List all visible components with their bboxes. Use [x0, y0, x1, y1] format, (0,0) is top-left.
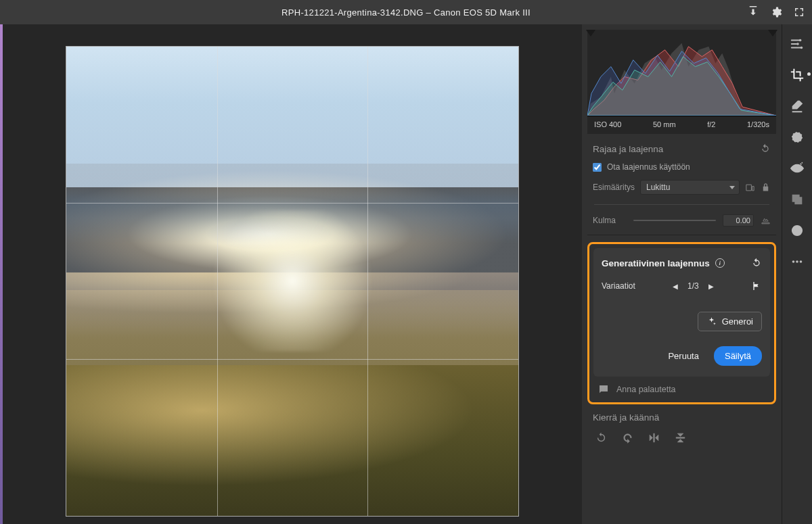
more-icon[interactable]: [790, 254, 805, 269]
layers-icon[interactable]: [790, 192, 805, 207]
preset-row: Esimääritys Lukittu: [593, 180, 771, 195]
rotate-ccw-icon[interactable]: [595, 432, 607, 444]
aperture-value: f/2: [707, 120, 715, 128]
svg-point-10: [800, 260, 803, 263]
generative-section: Generatiivinen laajennus i Variaatiot ◀ …: [593, 248, 770, 377]
photo-preview: [66, 47, 518, 516]
document-title: RPH-121221-Argentina-3142.DNG – Canon EO…: [281, 7, 531, 18]
next-variation-icon[interactable]: ▶: [708, 283, 714, 290]
preset-value: Lukittu: [646, 183, 670, 192]
crop-icon[interactable]: [790, 68, 805, 82]
topbar: RPH-121221-Argentina-3142.DNG – Canon EO…: [0, 0, 812, 24]
svg-point-0: [799, 39, 802, 42]
generate-label: Generoi: [722, 316, 753, 327]
variations-nav: ◀ 1/3 ▶: [673, 281, 714, 291]
svg-point-9: [796, 260, 798, 263]
variations-label: Variaatiot: [602, 281, 635, 291]
svg-point-5: [801, 162, 803, 164]
keep-button[interactable]: Säilytä: [714, 346, 762, 366]
generative-title: Generatiivinen laajennus i: [602, 258, 725, 268]
camera-model: Canon EOS 5D Mark III: [434, 7, 531, 18]
feedback-label: Anna palautetta: [616, 385, 676, 394]
generative-title-text: Generatiivinen laajennus: [602, 258, 710, 268]
export-icon[interactable]: [747, 6, 759, 18]
highlight-clip-icon[interactable]: [768, 30, 777, 37]
generative-actions: Peruuta Säilytä: [602, 346, 762, 366]
variations-row: Variaatiot ◀ 1/3 ▶: [602, 281, 762, 291]
histogram-section: ISO 400 50 mm f/2 1/320s: [582, 24, 782, 135]
svg-point-8: [792, 260, 795, 263]
canvas-area[interactable]: [3, 24, 582, 524]
crop-frame[interactable]: [66, 46, 519, 517]
rotate-section: Kierrä ja käännä: [587, 404, 776, 453]
rotate-title: Kierrä ja käännä: [593, 412, 659, 423]
histogram[interactable]: [587, 30, 776, 116]
prev-variation-icon[interactable]: ◀: [673, 283, 678, 290]
generate-button[interactable]: Generoi: [698, 312, 762, 331]
divider: [594, 204, 769, 205]
svg-point-7: [792, 229, 803, 233]
straighten-icon[interactable]: [761, 216, 771, 226]
gear-icon[interactable]: [770, 6, 782, 18]
enable-expand-checkbox[interactable]: [593, 163, 602, 172]
flip-horizontal-icon[interactable]: [648, 432, 660, 444]
orientation-icon[interactable]: [745, 183, 755, 193]
lock-icon[interactable]: [761, 183, 771, 193]
angle-row: Kulma: [593, 214, 771, 227]
exif-bar: ISO 400 50 mm f/2 1/320s: [587, 116, 776, 134]
svg-point-3: [792, 133, 803, 143]
enable-expand-label: Ota laajennus käyttöön: [607, 162, 690, 172]
angle-slider[interactable]: [633, 220, 716, 221]
title-separator: –: [424, 7, 434, 18]
svg-point-4: [796, 167, 799, 170]
tool-strip: [782, 24, 812, 524]
generative-highlight: Generatiivinen laajennus i Variaatiot ◀ …: [587, 242, 776, 404]
flag-icon[interactable]: [751, 281, 762, 291]
feedback-row[interactable]: Anna palautetta: [593, 377, 770, 397]
active-tool-indicator: [807, 72, 811, 76]
rotate-cw-icon[interactable]: [622, 432, 633, 444]
enable-expand-row[interactable]: Ota laajennus käyttöön: [593, 162, 771, 172]
focal-value: 50 mm: [653, 120, 676, 128]
preset-label: Esimääritys: [593, 183, 635, 192]
flip-vertical-icon[interactable]: [675, 432, 686, 444]
sphere-icon[interactable]: [790, 223, 805, 238]
svg-point-1: [796, 43, 799, 45]
chat-icon: [597, 383, 610, 396]
variation-counter: 1/3: [687, 281, 699, 291]
rotate-icons: [593, 431, 771, 445]
topbar-actions: [747, 6, 805, 18]
crop-expand-section: Rajaa ja laajenna Ota laajennus käyttöön…: [587, 135, 776, 235]
crop-section-title: Rajaa ja laajenna: [593, 144, 663, 154]
eraser-icon[interactable]: [790, 99, 805, 114]
fullscreen-icon[interactable]: [793, 6, 805, 18]
angle-label: Kulma: [593, 216, 627, 225]
main-area: ISO 400 50 mm f/2 1/320s Rajaa ja laajen…: [0, 24, 812, 524]
sparkle-icon: [706, 316, 717, 327]
filename: RPH-121221-Argentina-3142.DNG: [281, 7, 424, 18]
svg-point-2: [800, 47, 803, 49]
cancel-button[interactable]: Peruuta: [668, 351, 699, 361]
redeye-icon[interactable]: [790, 161, 805, 176]
info-icon[interactable]: i: [715, 258, 725, 268]
reset-generative-icon[interactable]: [751, 258, 762, 268]
radial-icon[interactable]: [790, 130, 805, 145]
sliders-icon[interactable]: [790, 37, 805, 51]
panel-scroll[interactable]: Rajaa ja laajenna Ota laajennus käyttöön…: [582, 135, 782, 524]
reset-crop-icon[interactable]: [760, 143, 771, 154]
angle-input[interactable]: [723, 214, 754, 227]
iso-value: ISO 400: [594, 120, 621, 128]
preset-select[interactable]: Lukittu: [640, 180, 740, 195]
shutter-value: 1/320s: [747, 120, 769, 128]
right-panel: ISO 400 50 mm f/2 1/320s Rajaa ja laajen…: [582, 24, 782, 524]
shadow-clip-icon[interactable]: [586, 30, 595, 37]
